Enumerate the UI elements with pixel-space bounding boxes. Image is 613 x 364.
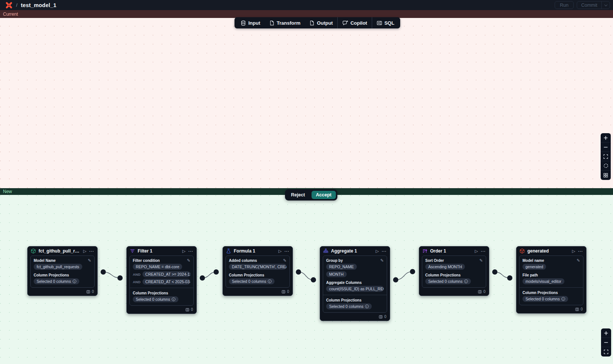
- edge-handle[interactable]: [492, 269, 497, 275]
- current-canvas-controls: [601, 133, 611, 180]
- node-title: Order 1: [430, 248, 472, 254]
- more-menu-icon[interactable]: ⋯: [381, 249, 387, 254]
- column-projections-pill[interactable]: Selected 0 columnsi: [229, 278, 275, 284]
- minus-icon: [604, 340, 609, 345]
- run-node-icon[interactable]: ▷: [376, 249, 379, 253]
- node-header: generated ▷ ⋯: [517, 247, 586, 255]
- run-node-icon[interactable]: ▷: [183, 249, 186, 253]
- current-section-header: Current: [0, 10, 613, 18]
- column-projections-pill[interactable]: Selected 0 columnsi: [133, 296, 178, 302]
- node-formula-1[interactable]: Formula 1 ▷ ⋯ ✎ Added columns DATE_TRUNC…: [223, 246, 293, 296]
- edit-icon[interactable]: ✎: [577, 258, 580, 263]
- column-count: 0: [287, 290, 289, 294]
- edit-icon[interactable]: ✎: [479, 258, 483, 263]
- value-pill[interactable]: Ascending MONTH: [425, 264, 465, 270]
- run-node-icon[interactable]: ▷: [279, 249, 282, 253]
- more-menu-icon[interactable]: ⋯: [284, 249, 289, 254]
- toolbar-input-button[interactable]: Input: [236, 17, 265, 28]
- run-node-icon[interactable]: ▷: [475, 249, 478, 253]
- fit-view-button[interactable]: [601, 347, 611, 357]
- commit-dropdown-button[interactable]: [601, 1, 610, 9]
- breadcrumb-separator: /: [16, 2, 18, 8]
- value-pill[interactable]: models/visual_editor: [522, 278, 564, 284]
- commit-button[interactable]: Commit: [577, 1, 601, 9]
- locate-button[interactable]: [601, 161, 611, 171]
- section-divider: [323, 295, 387, 295]
- node-body: ✎ Sort Order Ascending MONTH Column Proj…: [422, 256, 486, 288]
- current-canvas[interactable]: Input Transform Output: [0, 18, 613, 188]
- chat-plus-icon: [342, 20, 348, 26]
- edge-handle[interactable]: [507, 275, 512, 281]
- edit-icon[interactable]: ✎: [283, 258, 286, 263]
- more-menu-icon[interactable]: ⋯: [188, 249, 193, 254]
- more-menu-icon[interactable]: ⋯: [89, 249, 94, 254]
- edge-handle[interactable]: [296, 269, 301, 275]
- column-projections-pill[interactable]: Selected 0 columnsi: [34, 278, 79, 284]
- run-node-icon[interactable]: ▷: [572, 249, 575, 253]
- value-pill[interactable]: CREATED_AT < 2025-03-01: [142, 279, 190, 285]
- value-pill[interactable]: REPO_NAME = dbt-core: [133, 264, 182, 270]
- zoom-in-button[interactable]: [601, 328, 611, 338]
- accept-button[interactable]: Accept: [312, 191, 336, 199]
- node-aggregate-1[interactable]: Aggregate 1 ▷ ⋯ ✎ Group by REPO_NAME MON…: [320, 246, 390, 321]
- edge-handle[interactable]: [410, 269, 415, 274]
- new-canvas-controls: [601, 328, 611, 357]
- node-body: ✎ Added columns DATE_TRUNC('MONTH', CREA…: [226, 256, 290, 288]
- zoom-out-button[interactable]: [601, 143, 611, 152]
- filter-icon: [130, 248, 135, 254]
- and-operator: AND: [133, 272, 141, 276]
- edge-handle[interactable]: [393, 277, 398, 282]
- value-pill[interactable]: REPO_NAME: [326, 264, 357, 270]
- minimap-button[interactable]: [601, 171, 611, 180]
- dashed-circle-icon: [603, 163, 609, 168]
- node-generated[interactable]: generated ▷ ⋯ ✎ Model name generated Fil…: [516, 246, 586, 313]
- value-pill[interactable]: MONTH: [326, 271, 347, 277]
- column-projections-pill[interactable]: Selected 0 columnsi: [522, 296, 568, 302]
- node-section: Column Projections Selected 0 columnsi: [326, 298, 384, 309]
- edge-handle[interactable]: [214, 269, 219, 275]
- edit-icon[interactable]: ✎: [187, 258, 190, 263]
- edit-icon[interactable]: ✎: [88, 258, 91, 263]
- toolbar-sql-button[interactable]: SQL: [372, 17, 399, 28]
- node-fct-github-pull-requests[interactable]: fct_github_pull_requests ▷ ⋯ ✎ Model Nam…: [27, 246, 98, 296]
- edge-handle[interactable]: [117, 275, 123, 281]
- column-projections-pill[interactable]: Selected 0 columnsi: [326, 303, 372, 309]
- value-pill[interactable]: count(ISSUE_ID) as PULL_REQUEST_…: [326, 286, 384, 292]
- edge-handle[interactable]: [311, 277, 316, 282]
- file-icon: [269, 20, 275, 26]
- zoom-out-button[interactable]: [601, 338, 611, 347]
- fit-view-icon: [603, 154, 608, 159]
- value-pill[interactable]: generated: [522, 264, 546, 270]
- column-projections-pill[interactable]: Selected 0 columnsi: [425, 278, 471, 284]
- node-footer: 0: [127, 307, 196, 313]
- more-menu-icon[interactable]: ⋯: [481, 249, 486, 254]
- node-section: File path models/visual_editor: [522, 273, 580, 284]
- visual-editor-app: / test_model_1 Run Commit Current Input: [0, 0, 613, 364]
- value-pill[interactable]: fct_github_pull_requests: [34, 264, 82, 270]
- toolbar-transform-button[interactable]: Transform: [265, 17, 305, 28]
- node-section: Column Projections Selected 0 columnsi: [34, 273, 91, 284]
- node-section: Column Projections Selected 0 columnsi: [229, 273, 286, 284]
- node-order-1[interactable]: Order 1 ▷ ⋯ ✎ Sort Order Ascending MONTH…: [419, 246, 489, 296]
- and-operator: AND: [133, 280, 141, 284]
- value-pill[interactable]: CREATED_AT >= 2024-12-01: [142, 271, 190, 277]
- node-filter-1[interactable]: Filter 1 ▷ ⋯ ✎ Filter condition REPO_NAM…: [126, 246, 197, 314]
- node-section: Column Projections Selected 0 columnsi: [522, 291, 580, 302]
- edge-handle[interactable]: [101, 269, 106, 275]
- info-icon: i: [172, 297, 175, 301]
- more-menu-icon[interactable]: ⋯: [578, 249, 583, 254]
- fit-view-button[interactable]: [601, 152, 611, 161]
- node-section: Column Projections Selected 0 columnsi: [425, 273, 483, 284]
- value-pill[interactable]: DATE_TRUNC('MONTH', CREATED_AT…: [229, 264, 286, 270]
- node-title: Formula 1: [234, 248, 276, 254]
- edge-handle[interactable]: [200, 275, 205, 281]
- section-divider: [519, 287, 583, 288]
- toolbar-copilot-button[interactable]: Copilot: [338, 17, 372, 28]
- reject-button[interactable]: Reject: [286, 191, 310, 199]
- edit-icon[interactable]: ✎: [380, 258, 384, 263]
- toolbar-output-button[interactable]: Output: [305, 17, 337, 28]
- run-node-icon[interactable]: ▷: [83, 249, 86, 253]
- new-canvas[interactable]: Reject Accept: [0, 195, 613, 364]
- zoom-in-button[interactable]: [601, 133, 611, 143]
- run-button[interactable]: Run: [555, 1, 574, 9]
